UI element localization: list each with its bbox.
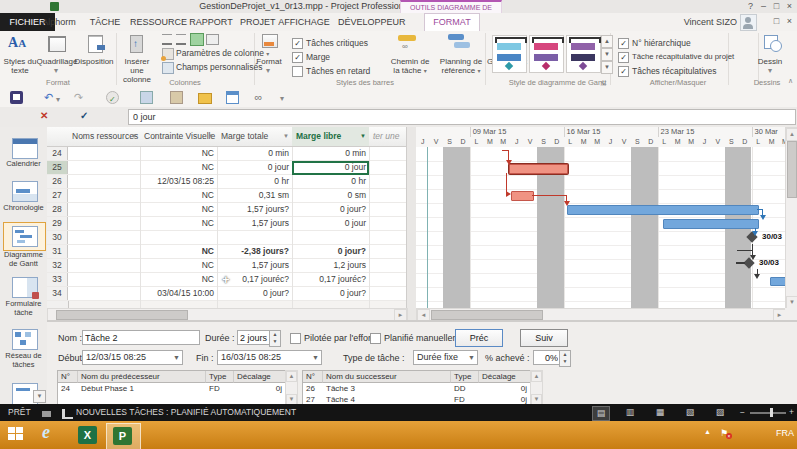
zoom-slider-thumb[interactable]: [770, 408, 773, 417]
zoom-out-icon[interactable]: −: [740, 404, 745, 421]
rename-icon[interactable]: [140, 91, 153, 104]
manually-scheduled-checkbox[interactable]: [370, 333, 381, 344]
cell-marge-libre[interactable]: 0 jour?: [292, 203, 369, 216]
more-views-dropdown[interactable]: ▼: [33, 390, 46, 403]
start-date-dropdown[interactable]: 12/03/15 08:25▼: [82, 350, 183, 365]
tab-rapport[interactable]: RAPPORT: [186, 13, 236, 31]
cell-marge-totale[interactable]: 1,57 jours: [217, 259, 292, 272]
succ-cell-nom[interactable]: Tâche 3: [323, 383, 451, 394]
tab-affichage[interactable]: AFFICHAGE: [274, 13, 334, 31]
sidebar-item-gantt-line2[interactable]: de Gantt: [0, 259, 47, 268]
cell-marge-libre[interactable]: 1,2 jours: [292, 259, 369, 272]
align-left-icon[interactable]: [162, 34, 172, 45]
dropdown-arrow-icon[interactable]: ▼: [468, 351, 475, 364]
calendar-view-icon[interactable]: [12, 138, 38, 159]
duration-spinner[interactable]: ▲▼: [269, 330, 281, 347]
column-width-icon[interactable]: [206, 34, 219, 45]
user-avatar[interactable]: [740, 14, 757, 31]
approval-stamp-icon[interactable]: ✓: [106, 91, 119, 104]
gantt-bar-normal-tiny[interactable]: [770, 277, 785, 286]
sidebar-item-formulaire-line2[interactable]: tâche: [0, 308, 47, 317]
gantt-chart-body[interactable]: 30/03 30/03: [416, 147, 785, 308]
filter-arrow-icon[interactable]: ▼: [283, 127, 289, 146]
gallery-more-button[interactable]: ▼: [601, 61, 613, 74]
pred-cell-type[interactable]: FD: [206, 383, 234, 394]
tab-ressource[interactable]: RESSOURCE: [130, 13, 182, 31]
gantt-bar-critical-short[interactable]: [511, 191, 534, 201]
cell-marge-libre[interactable]: 0,17 jouréc?: [292, 273, 369, 286]
row-number[interactable]: 34: [47, 287, 68, 300]
checkbox-numero-hierarchique[interactable]: N° hiérarchique: [618, 37, 748, 49]
cell-marge-totale[interactable]: 0 jour: [217, 161, 292, 174]
indent-icon[interactable]: [170, 91, 183, 104]
table-row[interactable]: 29 NC 1,57 jours 0 jour: [47, 217, 406, 231]
dropdown-arrow-icon[interactable]: ▼: [173, 351, 180, 364]
cell-marge-libre[interactable]: 0 jour?: [292, 245, 369, 258]
cell-marge-libre[interactable]: 0 sm: [292, 189, 369, 202]
dropdown-arrow-icon[interactable]: ▼: [312, 351, 319, 364]
cell-contrainte[interactable]: 03/04/15 10:00: [140, 287, 217, 300]
column-header-noms-ressources[interactable]: Noms ressources▼: [68, 127, 141, 147]
gantt-bar-critical-tache2[interactable]: [509, 164, 568, 174]
help-button[interactable]: ?: [744, 0, 757, 13]
successors-table[interactable]: N° Nom du successeur Type Décalage 26 Tâ…: [302, 370, 532, 406]
view-task-usage-icon[interactable]: ▥: [622, 406, 638, 419]
undo-icon[interactable]: ↶: [42, 91, 55, 104]
drawing-button[interactable]: Dessin: [752, 57, 788, 66]
table-row[interactable]: 32 NC 1,57 jours 1,2 jours: [47, 259, 406, 273]
tab-alphorm[interactable]: Alphorm: [38, 13, 80, 31]
macro-record-icon[interactable]: [42, 408, 51, 417]
align-center-icon[interactable]: [176, 34, 186, 45]
checkbox-taches-en-retard[interactable]: Tâches en retard: [292, 65, 387, 77]
baseline-button[interactable]: Planning deréférence ▾: [438, 57, 484, 76]
gridlines-dropdown-arrow[interactable]: ▾: [54, 66, 58, 75]
hyperlink-icon[interactable]: ∞: [252, 91, 265, 104]
cell-marge-libre[interactable]: 0 hr: [292, 175, 369, 188]
confirm-entry-icon[interactable]: ✓: [80, 110, 88, 121]
gantt-bar-normal-long[interactable]: [567, 205, 759, 215]
sidebar-item-calendrier[interactable]: Calendrier: [0, 159, 47, 168]
scroll-thumb[interactable]: [787, 141, 797, 198]
drawing-dropdown-arrow[interactable]: ▾: [768, 66, 772, 75]
checkbox-icon[interactable]: [618, 66, 629, 77]
timeline-view-icon[interactable]: [12, 181, 38, 202]
gantt-style-swatch-purple[interactable]: [566, 35, 601, 73]
open-folder-icon[interactable]: [198, 93, 212, 104]
row-number[interactable]: 24: [47, 147, 68, 160]
project-taskbar-button[interactable]: P: [106, 423, 141, 449]
filter-arrow-icon[interactable]: ▼: [131, 127, 137, 146]
cell-marge-totale[interactable]: 0 jour?: [217, 287, 292, 300]
redo-icon[interactable]: ↷: [72, 91, 85, 104]
tab-tache[interactable]: TÂCHE: [85, 13, 125, 31]
column-header-marge-totale[interactable]: Marge totale▼: [217, 127, 293, 147]
cell-marge-totale[interactable]: -2,38 jours?: [217, 245, 292, 258]
scroll-thumb[interactable]: [431, 310, 543, 320]
table-row[interactable]: 28 NC 1,57 jours? 0 jour?: [47, 203, 406, 217]
cell-contrainte[interactable]: NC: [140, 147, 217, 160]
row-number[interactable]: 31: [47, 245, 68, 258]
gantt-view-icon[interactable]: [12, 226, 38, 247]
filter-arrow-icon[interactable]: ▼: [360, 127, 366, 146]
layout-button[interactable]: Disposition: [72, 57, 116, 66]
gantt-vertical-scrollbar[interactable]: ▲ ▼: [785, 127, 797, 310]
dialog-launcher-icon[interactable]: ⇲: [600, 80, 606, 88]
cell-marge-totale[interactable]: 0 min: [217, 147, 292, 160]
excel-icon[interactable]: X: [78, 426, 97, 449]
custom-fields-button[interactable]: Champs personnalisés: [176, 61, 262, 73]
duration-input[interactable]: [237, 330, 271, 345]
row-number[interactable]: 33: [47, 273, 68, 286]
cell-marge-libre[interactable]: 0 jour?: [292, 287, 369, 300]
customize-qat-icon[interactable]: ▾: [280, 94, 284, 103]
collapse-ribbon-icon[interactable]: ∧: [788, 77, 793, 85]
predecessors-table[interactable]: N° Nom du prédécesseur Type Décalage 24 …: [57, 370, 287, 406]
table-row[interactable]: 24 NC 0 min 0 min: [47, 147, 406, 161]
entry-bar-input[interactable]: [128, 109, 796, 125]
table-row[interactable]: 26 12/03/15 08:25 0 hr 0 hr: [47, 175, 406, 189]
undo-dropdown-arrow[interactable]: ▾: [56, 95, 60, 104]
filter-arrow-icon[interactable]: ▼: [208, 127, 214, 146]
ribbon-restore-icon[interactable]: □: [770, 15, 783, 28]
gallery-up-button[interactable]: ▲: [601, 35, 613, 48]
sidebar-item-reseau-line1[interactable]: Réseau de: [0, 351, 47, 360]
minimize-button[interactable]: –: [757, 0, 770, 13]
internet-explorer-icon[interactable]: e: [42, 422, 50, 445]
